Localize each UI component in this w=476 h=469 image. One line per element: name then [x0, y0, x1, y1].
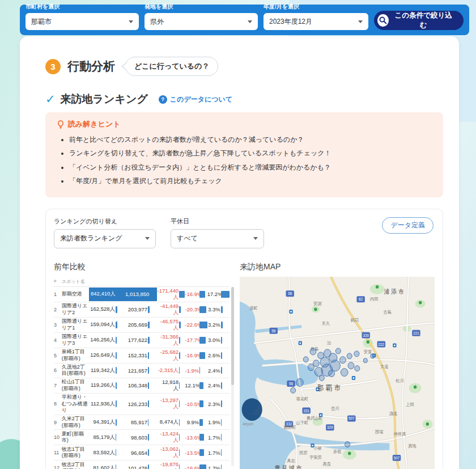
spot-name-cell: 東町(那覇市) [62, 431, 89, 444]
value-cell: -41,449人 [157, 303, 185, 316]
map-label: 仲井真 [394, 431, 406, 436]
map-marker[interactable] [363, 358, 367, 362]
origin-select[interactable]: 県外 [144, 13, 258, 30]
period-value: 2023年度12月 [269, 17, 312, 27]
origin-filter: 発地を選択 県外 [144, 3, 258, 30]
value-cell: 126,649人 [89, 349, 124, 362]
value-bar [148, 382, 149, 389]
rank-cell: 6 [54, 367, 62, 373]
map-marker[interactable] [354, 350, 359, 356]
map-label: 豊見城市 [274, 464, 304, 469]
table-title: 前年比較 [54, 262, 234, 272]
yoy-table-column: 前年比較 # スポット名 1那覇空港842,410人1,013,850-171,… [54, 262, 234, 469]
value-cell: 126,233 [124, 394, 157, 414]
map-marker[interactable] [341, 368, 348, 376]
spot-name-cell: 国際通りエリア2 [62, 303, 89, 316]
map-marker[interactable] [296, 378, 304, 386]
municipality-filter: 市町村を選択 那覇市 [26, 3, 139, 30]
value-bar [221, 306, 223, 313]
map-marker[interactable] [348, 362, 354, 369]
park-icon [314, 307, 317, 311]
value-cell: -19,876人 [157, 461, 185, 469]
table-row: 11牧志1丁目(那覇市)83,592人96,654-13,062人-13.5%1… [54, 445, 230, 460]
map-label: 泊 [327, 340, 331, 345]
value-cell: 842,410人 [89, 288, 124, 301]
period-label: 年度/月を選択 [264, 3, 368, 11]
main-card: 3 行動分析 どこに行っているの？ ✓ 来訪地ランキング ？ このデータについて… [20, 36, 459, 469]
rank-cell: 4 [54, 337, 62, 343]
value-bar [148, 322, 150, 328]
value-bar [179, 337, 180, 344]
svg-text:507: 507 [348, 416, 355, 420]
map-label: 天久 [322, 321, 330, 326]
map-marker[interactable] [319, 375, 324, 381]
value-cell: -25,682人 [157, 349, 185, 362]
value-cell: 101,478 [124, 461, 157, 469]
origin-value: 県外 [150, 17, 164, 27]
table-header: # スポット名 [54, 277, 230, 287]
value-cell: 177,622 [124, 333, 157, 347]
chevron-down-icon [358, 20, 363, 23]
value-bar [179, 291, 185, 298]
map-marker[interactable] [335, 348, 341, 354]
map-marker[interactable] [371, 353, 375, 358]
table-row: 8平和通り・むつみ橋通り112,936人126,233-13,297人-10.5… [54, 394, 230, 415]
value-bar [179, 352, 180, 359]
airport-marker[interactable] [242, 398, 262, 421]
map-label: 真地 [407, 443, 416, 449]
map-label: 宇栄原 [309, 455, 322, 460]
svg-text:58: 58 [271, 328, 275, 332]
value-cell: 85,917 [124, 416, 157, 429]
visit-map[interactable]: 58585833082222221331329507507331332 港町安謝… [240, 277, 435, 469]
value-cell: 1.7% [207, 446, 230, 459]
value-bar [179, 400, 180, 407]
map-marker[interactable] [303, 356, 308, 362]
value-cell: 9.9% [185, 416, 207, 429]
section-header: 3 行動分析 どこに行っているの？ [45, 36, 443, 76]
map-marker[interactable] [355, 365, 360, 371]
value-cell: -2,315人 [157, 364, 185, 377]
map-marker[interactable] [347, 353, 352, 358]
value-bar [221, 400, 222, 407]
origin-label: 発地を選択 [144, 3, 258, 11]
table-scrollbar[interactable] [231, 287, 234, 466]
map-label: 安謝 [313, 301, 322, 306]
section-title: 行動分析 [67, 58, 115, 74]
municipality-value: 那覇市 [31, 17, 52, 27]
value-cell: 2.4% [207, 364, 230, 377]
value-bar [199, 337, 205, 344]
value-bar [148, 464, 149, 469]
ranking-type-select[interactable]: 来訪者数ランキング [54, 229, 156, 248]
daytype-label: 平休日 [171, 217, 264, 226]
svg-text:58: 58 [289, 381, 293, 385]
map-marker[interactable] [345, 441, 350, 447]
value-bar [179, 464, 180, 469]
rank-cell: 11 [54, 450, 62, 455]
value-cell: 162,528人 [89, 303, 124, 316]
table-row: 7松山1丁目(那覇市)119,266人106,34812,918人12.1%2.… [54, 378, 230, 394]
ranking-header: ✓ 来訪地ランキング ？ このデータについて [45, 92, 443, 107]
table-row: 10東町(那覇市)85,179人98,603-13,424人-13.6%1.7% [54, 430, 230, 445]
svg-text:222: 222 [379, 342, 385, 346]
chevron-down-icon [145, 237, 150, 240]
daytype-value: すべて [177, 234, 198, 243]
map-marker[interactable] [340, 356, 346, 363]
value-cell: 119,266人 [89, 379, 124, 392]
map-marker[interactable] [291, 387, 296, 393]
about-data-link[interactable]: ？ このデータについて [159, 95, 232, 104]
daytype-select[interactable]: すべて [171, 229, 264, 248]
map-label: 大道 [380, 364, 389, 369]
value-cell: 17.2% [207, 288, 230, 301]
value-cell: -19.6% [185, 461, 207, 469]
value-bar [199, 291, 205, 298]
map-marker[interactable] [310, 348, 316, 355]
value-bar [179, 434, 180, 441]
map-marker[interactable] [308, 364, 314, 370]
period-select[interactable]: 2023年度12月 [264, 13, 368, 30]
value-bar [199, 352, 205, 359]
apply-filter-button[interactable]: この条件で絞り込む [374, 11, 464, 30]
municipality-select[interactable]: 那覇市 [26, 13, 139, 30]
value-bar [116, 382, 117, 389]
map-marker[interactable] [329, 370, 335, 377]
data-definition-button[interactable]: データ定義 [382, 217, 434, 234]
